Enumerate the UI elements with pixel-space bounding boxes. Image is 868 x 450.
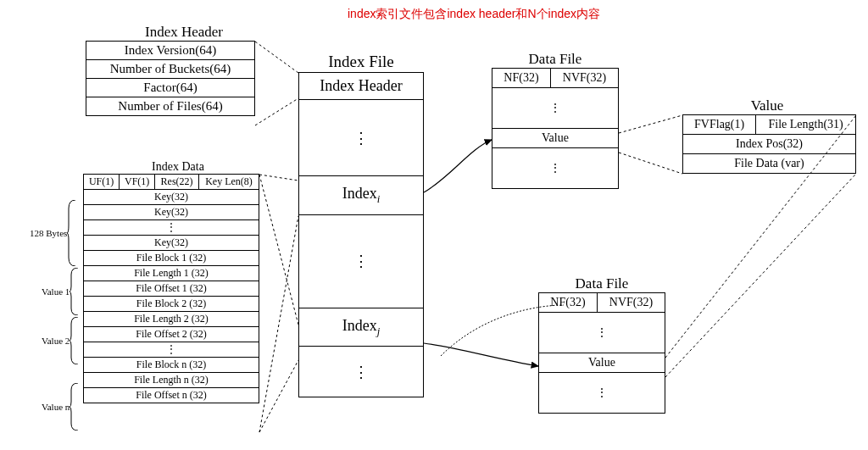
- svg-line-0: [255, 42, 298, 73]
- index-data-key: Key(32): [84, 236, 259, 251]
- df2-hdr: NF(32): [539, 293, 598, 313]
- vdots: ⋮: [84, 220, 259, 236]
- vdots: ⋮: [299, 214, 424, 308]
- index-file-title: Index File: [302, 53, 420, 71]
- index-data-hdr: UF(1): [84, 175, 120, 190]
- value-box-title: Value: [704, 97, 831, 114]
- data-file-1-title: Data File: [496, 51, 615, 68]
- valuebox-row: File Data (var): [683, 154, 856, 174]
- index-data-v1: File Block 1 (32): [84, 251, 259, 266]
- index-data-v2: File Length 2 (32): [84, 312, 259, 327]
- index-data-table: UF(1) VF(1) Res(22) Key Len(8) Key(32) K…: [83, 174, 259, 403]
- bracket-value2: Value 2: [42, 317, 82, 364]
- index-file-row: Index Header: [299, 73, 424, 100]
- index-data-key: Key(32): [84, 190, 259, 205]
- svg-line-2: [259, 175, 298, 181]
- index-header-row: Index Version(64): [86, 42, 255, 60]
- index-data-vn: File Block n (32): [84, 358, 259, 373]
- bracket-128bytes: 128 Bytes: [30, 200, 80, 266]
- vdots: ⋮: [492, 88, 619, 129]
- svg-line-3: [259, 216, 298, 432]
- svg-line-1: [255, 98, 298, 125]
- index-header-row: Number of Buckets(64): [86, 60, 255, 79]
- index-header-row: Factor(64): [86, 79, 255, 97]
- index-data-vn: File Offset n (32): [84, 388, 259, 403]
- index-file-table: Index Header ⋮ Indexi ⋮ Indexj ⋮: [298, 72, 424, 397]
- svg-line-5: [259, 360, 298, 432]
- svg-line-9: [665, 174, 856, 377]
- index-data-v2: File Block 2 (32): [84, 297, 259, 312]
- data-file-2-title: Data File: [542, 275, 661, 292]
- vdots: ⋮: [492, 148, 619, 189]
- data-file-1-table: NF(32) NVF(32) ⋮ Value ⋮: [492, 68, 619, 189]
- index-header-title: Index Header: [112, 24, 256, 41]
- index-header-row: Number of Files(64): [86, 97, 255, 116]
- valuebox-hdr: FVFlag(1): [683, 115, 756, 135]
- vdots: ⋮: [299, 347, 424, 397]
- df2-hdr: NVF(32): [597, 293, 665, 313]
- vdots: ⋮: [299, 100, 424, 176]
- vdots: ⋮: [539, 313, 665, 353]
- index-data-hdr: VF(1): [120, 175, 155, 190]
- df2-value: Value: [539, 353, 665, 373]
- index-file-index-j: Indexj: [299, 308, 424, 347]
- df1-value: Value: [492, 129, 619, 148]
- bracket-valuen: Value n: [42, 383, 82, 431]
- annotation-text: index索引文件包含index header和N个index内容: [348, 7, 600, 22]
- value-box-table: FVFlag(1) File Length(31) Index Pos(32) …: [682, 114, 856, 174]
- svg-line-6: [619, 115, 682, 133]
- valuebox-hdr: File Length(31): [756, 115, 856, 135]
- bracket-value1: Value 1: [42, 268, 82, 315]
- index-data-key: Key(32): [84, 205, 259, 220]
- index-file-index-i: Indexi: [299, 176, 424, 215]
- index-data-vn: File Length n (32): [84, 373, 259, 388]
- svg-line-4: [259, 175, 298, 325]
- index-data-v2: File Offset 2 (32): [84, 327, 259, 342]
- index-data-hdr: Key Len(8): [198, 175, 259, 190]
- svg-line-7: [619, 153, 682, 174]
- index-header-table: Index Version(64) Number of Buckets(64) …: [86, 41, 255, 116]
- data-file-2-table: NF(32) NVF(32) ⋮ Value ⋮: [538, 292, 665, 414]
- valuebox-row: Index Pos(32): [683, 135, 856, 154]
- index-data-v1: File Offset 1 (32): [84, 281, 259, 297]
- index-data-v1: File Length 1 (32): [84, 266, 259, 281]
- vdots: ⋮: [539, 373, 665, 414]
- vdots: ⋮: [84, 342, 259, 358]
- index-data-hdr: Res(22): [155, 175, 199, 190]
- df1-hdr: NVF(32): [550, 69, 618, 88]
- df1-hdr: NF(32): [492, 69, 551, 88]
- index-data-title: Index Data: [127, 160, 229, 174]
